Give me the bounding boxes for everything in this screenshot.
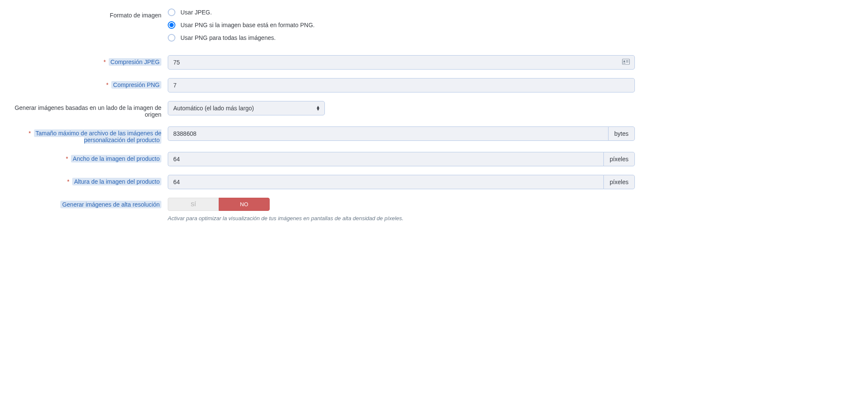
row-max-file-size: * Tamaño máximo de archivo de las imágen… [13, 126, 855, 143]
svg-rect-3 [626, 62, 628, 62]
radio-option-png-if-base[interactable]: Usar PNG si la imagen base está en forma… [168, 21, 635, 29]
row-jpeg-compression: * Compresión JPEG [13, 55, 855, 70]
input-product-height[interactable] [168, 175, 603, 189]
row-image-format: Formato de imagen Usar JPEG. Usar PNG si… [13, 8, 855, 47]
required-marker: * [104, 59, 106, 65]
radio-jpeg[interactable] [168, 8, 175, 16]
id-card-icon [622, 59, 630, 66]
label-text-high-res: Generar imágenes de alta resolución [60, 201, 161, 208]
label-high-res: Generar imágenes de alta resolución [13, 198, 168, 208]
toggle-no[interactable]: NO [219, 198, 270, 211]
required-marker: * [67, 178, 69, 185]
label-text-product-width: Ancho de la imagen del producto [71, 155, 161, 162]
label-jpeg-compression: * Compresión JPEG [13, 55, 168, 65]
label-text-png-compression: Compresión PNG [111, 81, 161, 89]
svg-point-1 [623, 61, 625, 62]
input-max-file-size[interactable] [168, 126, 608, 141]
radio-png-if-base[interactable] [168, 21, 175, 29]
addon-pixels-width: píxeles [603, 152, 635, 166]
radio-png-all[interactable] [168, 34, 175, 42]
radio-label-jpeg[interactable]: Usar JPEG. [180, 9, 212, 16]
select-value-generate-side: Automático (el lado más largo) [173, 105, 254, 112]
input-group-product-height: píxeles [168, 175, 635, 189]
row-png-compression: * Compresión PNG [13, 78, 855, 92]
input-png-compression[interactable] [168, 78, 635, 92]
image-format-options: Usar JPEG. Usar PNG si la imagen base es… [168, 8, 635, 47]
help-high-res: Activar para optimizar la visualización … [168, 215, 635, 221]
radio-label-png-all[interactable]: Usar PNG para todas las imágenes. [180, 34, 276, 41]
required-marker: * [106, 81, 108, 88]
label-image-format: Formato de imagen [13, 8, 168, 19]
required-marker: * [28, 130, 31, 137]
label-text-jpeg-compression: Compresión JPEG [109, 58, 161, 66]
toggle-high-res[interactable]: SÍ NO [168, 198, 270, 211]
radio-label-png-if-base[interactable]: Usar PNG si la imagen base está en forma… [180, 22, 315, 28]
label-product-width: * Ancho de la imagen del producto [13, 152, 168, 162]
row-product-height: * Altura de la imagen del producto píxel… [13, 175, 855, 189]
addon-bytes: bytes [608, 126, 635, 141]
input-jpeg-compression[interactable] [168, 55, 635, 70]
svg-rect-4 [623, 63, 626, 63]
label-product-height: * Altura de la imagen del producto [13, 175, 168, 185]
required-marker: * [66, 155, 68, 162]
label-text-product-height: Altura de la imagen del producto [72, 178, 161, 185]
input-group-max-file-size: bytes [168, 126, 635, 141]
select-generate-side[interactable]: Automático (el lado más largo) ▲▼ [168, 101, 325, 115]
label-generate-side: Generar imágenes basadas en un lado de l… [13, 101, 168, 118]
row-generate-side: Generar imágenes basadas en un lado de l… [13, 101, 855, 118]
row-product-width: * Ancho de la imagen del producto píxele… [13, 152, 855, 166]
chevron-updown-icon: ▲▼ [316, 106, 320, 111]
radio-option-jpeg[interactable]: Usar JPEG. [168, 8, 635, 16]
label-max-file-size: * Tamaño máximo de archivo de las imágen… [13, 126, 168, 143]
label-text-max-file-size: Tamaño máximo de archivo de las imágenes… [34, 129, 162, 144]
input-product-width[interactable] [168, 152, 603, 166]
label-png-compression: * Compresión PNG [13, 78, 168, 88]
toggle-yes[interactable]: SÍ [168, 198, 219, 211]
row-high-res: Generar imágenes de alta resolución SÍ N… [13, 198, 855, 221]
svg-rect-2 [626, 61, 628, 61]
radio-option-png-all[interactable]: Usar PNG para todas las imágenes. [168, 34, 635, 42]
addon-pixels-height: píxeles [603, 175, 635, 189]
input-group-product-width: píxeles [168, 152, 635, 166]
